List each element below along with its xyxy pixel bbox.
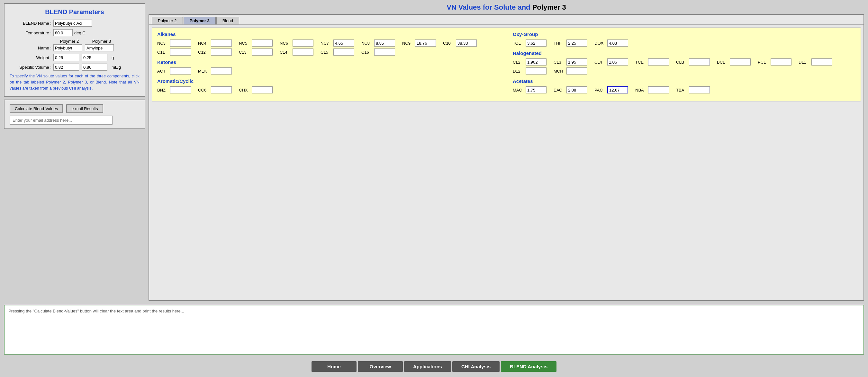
vn-item-input-pcl[interactable] — [771, 59, 792, 66]
nav-applications[interactable]: Applications — [404, 361, 451, 372]
halogenated-title: Halogenated — [513, 50, 856, 56]
nav-overview[interactable]: Overview — [358, 361, 403, 372]
tab-blend[interactable]: Blend — [216, 17, 239, 25]
vn-item-input-c14[interactable] — [292, 48, 313, 56]
vn-item-input-mac[interactable] — [526, 87, 547, 94]
vn-item-input-nc4[interactable] — [211, 39, 232, 46]
ketones-title: Ketones — [157, 59, 500, 65]
right-panel-title: VN Values for Solute and Polymer 3 — [149, 3, 864, 11]
temperature-input[interactable] — [53, 29, 73, 36]
vn-item-input-mek[interactable] — [211, 67, 232, 74]
vn-item-input-c16[interactable] — [374, 48, 395, 56]
vn-item-input-c15[interactable] — [333, 48, 354, 56]
vn-item-input-nc8[interactable] — [374, 39, 395, 46]
list-item: C15 — [320, 48, 354, 56]
list-item: NC8 — [361, 39, 395, 46]
nav-blend-analysis[interactable]: BLEND Analysis — [501, 361, 557, 372]
calculate-blend-button[interactable]: Calculate Blend-Values — [10, 104, 63, 113]
list-item: NC7 — [320, 39, 354, 46]
list-item: CL3 — [554, 59, 587, 66]
vn-item-input-nba[interactable] — [648, 87, 669, 94]
results-textarea[interactable]: Pressing the "Calculate Blend-Values" bu… — [4, 305, 864, 354]
vn-item-input-thf[interactable] — [566, 39, 587, 46]
email-results-button[interactable]: e-mail Results — [66, 104, 103, 113]
vn-item-label: TBA — [676, 88, 688, 93]
vn-item-label: CL3 — [554, 60, 565, 65]
vn-item-input-pac[interactable] — [607, 87, 628, 94]
vn-item-input-mch[interactable] — [566, 67, 587, 74]
vn-item-label: C14 — [280, 50, 291, 55]
list-item: C12 — [198, 48, 232, 56]
temperature-unit: deg C — [74, 31, 86, 35]
oxy-group-title: Oxy-Group — [513, 31, 856, 37]
vn-item-input-act[interactable] — [170, 67, 191, 74]
vn-item-label: NC8 — [361, 41, 373, 45]
specific-volume-polymer2-input[interactable] — [53, 64, 79, 71]
specific-volume-polymer3-input[interactable] — [82, 64, 107, 71]
vn-item-label: CLB — [676, 60, 688, 65]
temperature-label: Temperature : — [10, 31, 52, 35]
vn-item-input-cl2[interactable] — [526, 59, 547, 66]
vn-item-input-nc6[interactable] — [292, 39, 313, 46]
nav-home[interactable]: Home — [311, 361, 356, 372]
vn-item-input-nc5[interactable] — [252, 39, 273, 46]
vn-item-label: NBA — [635, 88, 647, 93]
list-item: CL4 — [594, 59, 628, 66]
vn-item-input-bnz[interactable] — [170, 87, 191, 94]
list-item: NC3 — [157, 39, 191, 46]
vn-item-label: MAC — [513, 88, 524, 93]
vn-item-input-cc6[interactable] — [211, 87, 232, 94]
vn-item-input-c10[interactable] — [456, 39, 477, 46]
vn-item-input-nc9[interactable] — [415, 39, 436, 46]
name-polymer3-input[interactable] — [85, 44, 114, 52]
list-item: C10 — [443, 39, 477, 46]
list-item: C16 — [361, 48, 395, 56]
list-item: TBA — [676, 87, 710, 94]
vn-item-input-tol[interactable] — [526, 39, 547, 46]
vn-item-input-c11[interactable] — [170, 48, 191, 56]
list-item: TCE — [635, 59, 669, 66]
right-title-normal: VN Values for Solute and — [446, 3, 532, 11]
vn-item-input-eac[interactable] — [566, 87, 587, 94]
blend-name-label: BLEND Name : — [10, 21, 52, 26]
tab-polymer2[interactable]: Polymer 2 — [152, 17, 183, 25]
weight-polymer3-input[interactable] — [82, 54, 107, 61]
info-text: To specify the VN solute values for each… — [10, 73, 140, 91]
vn-item-input-c13[interactable] — [252, 48, 273, 56]
polymer3-col-header: Polymer 3 — [86, 39, 118, 44]
vn-item-input-cl3[interactable] — [566, 59, 587, 66]
vn-item-label: D12 — [513, 69, 524, 73]
vn-item-input-cl4[interactable] — [607, 59, 628, 66]
weight-label: Weight : — [10, 55, 52, 60]
vn-item-label: C12 — [198, 50, 210, 55]
vn-item-input-dox[interactable] — [607, 39, 628, 46]
vn-item-input-tba[interactable] — [689, 87, 710, 94]
vn-item-input-clb[interactable] — [689, 59, 710, 66]
vn-item-input-bcl[interactable] — [730, 59, 751, 66]
weight-polymer2-input[interactable] — [53, 54, 79, 61]
vn-item-input-c12[interactable] — [211, 48, 232, 56]
vn-item-input-d12[interactable] — [526, 67, 547, 74]
name-polymer2-input[interactable] — [53, 44, 82, 52]
vn-item-label: MEK — [198, 69, 210, 73]
vn-item-input-nc7[interactable] — [333, 39, 354, 46]
list-item: PAC — [594, 87, 628, 94]
polymer2-col-header: Polymer 2 — [53, 39, 86, 44]
vn-item-label: CL4 — [594, 60, 606, 65]
email-input[interactable] — [10, 115, 113, 125]
vn-item-input-d11[interactable] — [811, 59, 832, 66]
vn-item-input-chx[interactable] — [252, 87, 273, 94]
tab-polymer3[interactable]: Polymer 3 — [184, 17, 216, 25]
blend-name-input[interactable] — [53, 20, 92, 27]
nav-chi-analysis[interactable]: CHI Analysis — [452, 361, 500, 372]
vn-item-label: NC7 — [320, 41, 332, 45]
list-item: C11 — [157, 48, 191, 56]
vn-item-label: C15 — [320, 50, 332, 55]
list-item: MEK — [198, 67, 232, 74]
vn-item-label: PAC — [594, 88, 606, 93]
aromatic-title: Aromatic/Cyclic — [157, 78, 500, 84]
list-item: NBA — [635, 87, 669, 94]
vn-item-label: EAC — [554, 88, 565, 93]
vn-item-input-nc3[interactable] — [170, 39, 191, 46]
vn-item-input-tce[interactable] — [648, 59, 669, 66]
